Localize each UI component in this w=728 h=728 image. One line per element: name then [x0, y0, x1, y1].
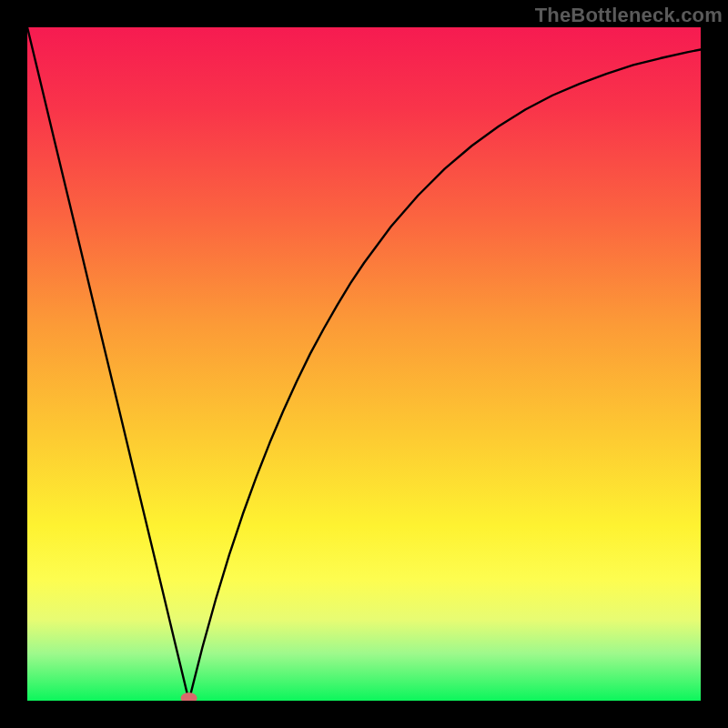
plot-frame — [27, 27, 701, 701]
watermark-text: TheBottleneck.com — [535, 4, 723, 27]
background-gradient — [27, 27, 701, 701]
svg-rect-0 — [27, 27, 701, 701]
